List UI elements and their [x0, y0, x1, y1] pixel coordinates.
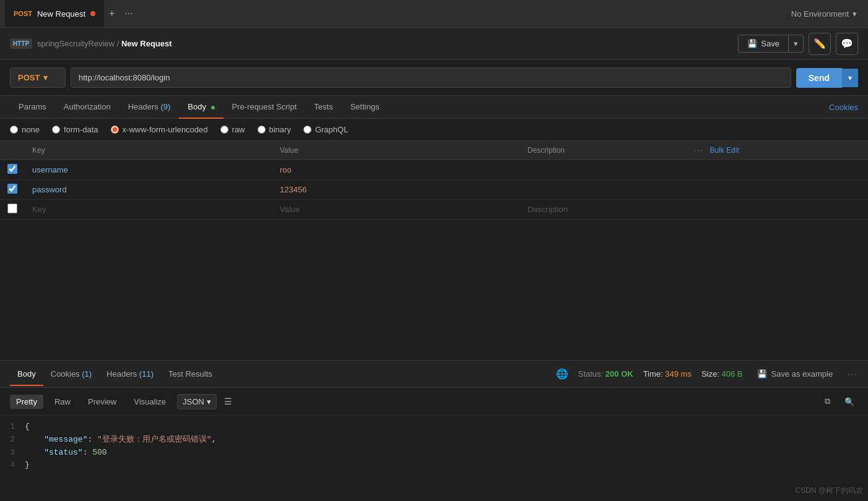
- search-button[interactable]: 🔍: [841, 393, 858, 410]
- new-tab-button[interactable]: +: [104, 8, 119, 19]
- save-icon-small: 💾: [757, 369, 767, 379]
- chevron-down-icon: ▾: [853, 9, 857, 19]
- response-code: 1 { 2 "message": "登录失败：用户名或密码错误", 3 "sta…: [0, 416, 868, 477]
- save-button[interactable]: 💾 Save: [739, 35, 788, 52]
- save-label: Save: [761, 39, 779, 48]
- send-button[interactable]: Send: [796, 68, 842, 88]
- row-checkbox-2[interactable]: [7, 184, 17, 194]
- body-type-row: none form-data x-www-form-urlencoded raw…: [0, 119, 868, 141]
- line-number-2: 2: [0, 434, 25, 447]
- request-line: POST ▾ Send ▾: [0, 60, 868, 96]
- bulk-edit-col: ··· Bulk Edit: [686, 141, 868, 160]
- pencil-icon: ✏️: [814, 38, 826, 49]
- comment-button[interactable]: 💬: [836, 33, 858, 55]
- collection-name[interactable]: springSecruityReview: [37, 39, 115, 48]
- filter-icon[interactable]: ☰: [222, 394, 235, 409]
- code-content-4: }: [25, 459, 30, 472]
- body-type-formdata-radio[interactable]: [52, 126, 60, 134]
- tab-tests[interactable]: Tests: [305, 96, 341, 119]
- desc-cell-2[interactable]: [520, 180, 686, 200]
- copy-button[interactable]: ⧉: [818, 393, 836, 410]
- value-cell-1[interactable]: roo: [272, 160, 520, 180]
- format-row: Pretty Raw Preview Visualize JSON ▾ ☰ ⧉ …: [0, 388, 868, 416]
- url-input[interactable]: [71, 67, 791, 88]
- body-type-binary-radio[interactable]: [258, 126, 266, 134]
- format-tab-pretty[interactable]: Pretty: [10, 395, 43, 409]
- save-dropdown-button[interactable]: ▾: [788, 35, 803, 52]
- save-example-label: Save as example: [771, 369, 833, 379]
- breadcrumb: springSecruityReview / New Request: [37, 39, 172, 48]
- tab-authorization[interactable]: Authorization: [55, 96, 119, 119]
- body-type-graphql-radio[interactable]: [303, 126, 311, 134]
- empty-area: [0, 220, 868, 360]
- body-type-raw[interactable]: raw: [220, 125, 245, 134]
- resp-tab-headers[interactable]: Headers (11): [99, 363, 161, 386]
- value-placeholder[interactable]: Value: [272, 200, 520, 220]
- line-number-3: 3: [0, 447, 25, 460]
- more-options-button[interactable]: ···: [693, 146, 703, 155]
- tab-bar: POST New Request + ··· No Environment ▾: [0, 0, 868, 28]
- watermark: CSDN @树下的码农: [795, 486, 863, 496]
- method-selector[interactable]: POST ▾: [10, 67, 66, 88]
- code-line-1: 1 {: [0, 421, 868, 434]
- format-tab-preview[interactable]: Preview: [82, 395, 123, 409]
- environment-selector[interactable]: No Environment ▾: [785, 7, 863, 21]
- format-type-selector[interactable]: JSON ▾: [177, 394, 217, 409]
- response-tabs: Body Cookies (1) Headers (11) Test Resul…: [0, 361, 868, 388]
- request-tab[interactable]: POST New Request: [5, 0, 104, 27]
- desc-cell-1[interactable]: [520, 160, 686, 180]
- comment-icon: 💬: [841, 38, 853, 49]
- format-tab-raw[interactable]: Raw: [48, 395, 77, 409]
- table-row: username roo: [0, 160, 868, 180]
- tab-title: New Request: [37, 9, 85, 19]
- breadcrumb-separator: /: [117, 39, 121, 48]
- params-table: Key Value Description ··· Bulk Edit user…: [0, 141, 868, 220]
- body-type-formdata[interactable]: form-data: [52, 125, 98, 134]
- method-badge: POST: [14, 10, 32, 17]
- key-cell-1[interactable]: username: [25, 160, 272, 180]
- tab-headers[interactable]: Headers (9): [119, 96, 180, 119]
- table-row-empty: Key Value Description: [0, 200, 868, 220]
- tab-settings[interactable]: Settings: [342, 96, 388, 119]
- row-checkbox-empty[interactable]: [7, 203, 17, 213]
- request-name: New Request: [121, 39, 172, 48]
- body-type-graphql[interactable]: GraphQL: [303, 125, 348, 134]
- key-cell-2[interactable]: password: [25, 180, 272, 200]
- format-type-label: JSON: [183, 397, 204, 406]
- save-as-example-button[interactable]: 💾 Save as example: [752, 367, 838, 381]
- value-cell-2[interactable]: 123456: [272, 180, 520, 200]
- send-button-group: Send ▾: [796, 68, 858, 88]
- code-line-3: 3 "status": 500: [0, 447, 868, 460]
- request-tabs: Params Authorization Headers (9) Body Pr…: [0, 96, 868, 119]
- method-label: POST: [18, 73, 40, 82]
- body-type-urlencoded-radio[interactable]: [111, 126, 119, 134]
- resp-tab-cookies[interactable]: Cookies (1): [43, 363, 99, 386]
- tab-more-button[interactable]: ···: [119, 8, 137, 19]
- response-status: Status: 200 OK: [578, 369, 633, 379]
- edit-button[interactable]: ✏️: [809, 33, 831, 55]
- key-placeholder[interactable]: Key: [25, 200, 272, 220]
- desc-placeholder[interactable]: Description: [520, 200, 686, 220]
- format-actions: ⧉ 🔍: [818, 393, 858, 410]
- body-type-none[interactable]: none: [10, 125, 40, 134]
- bulk-edit-button[interactable]: Bulk Edit: [710, 146, 739, 155]
- response-more-button[interactable]: ···: [848, 369, 858, 379]
- response-body[interactable]: 1 { 2 "message": "登录失败：用户名或密码错误", 3 "sta…: [0, 416, 868, 484]
- cookies-link[interactable]: Cookies: [829, 103, 858, 112]
- line-number-4: 4: [0, 459, 25, 472]
- tab-body[interactable]: Body: [179, 96, 223, 119]
- row-checkbox-1[interactable]: [7, 164, 17, 174]
- response-size: Size: 406 B: [701, 369, 743, 379]
- body-type-raw-radio[interactable]: [220, 126, 228, 134]
- tab-params[interactable]: Params: [10, 96, 55, 119]
- resp-tab-test-results[interactable]: Test Results: [161, 363, 220, 386]
- send-dropdown-button[interactable]: ▾: [842, 69, 858, 87]
- status-code: 200 OK: [605, 369, 633, 379]
- format-tab-visualize[interactable]: Visualize: [128, 395, 172, 409]
- body-type-none-radio[interactable]: [10, 126, 18, 134]
- resp-tab-body[interactable]: Body: [10, 363, 43, 386]
- code-content-3: "status": 500: [25, 447, 107, 460]
- body-type-urlencoded[interactable]: x-www-form-urlencoded: [111, 125, 208, 134]
- tab-prerequest[interactable]: Pre-request Script: [224, 96, 306, 119]
- body-type-binary[interactable]: binary: [258, 125, 291, 134]
